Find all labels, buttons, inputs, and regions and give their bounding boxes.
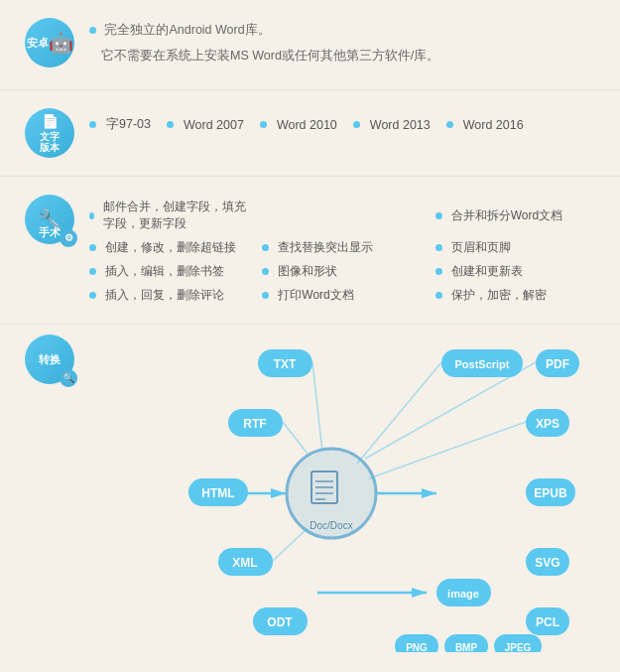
android-label: 安卓: [27, 37, 49, 49]
svg-text:Doc/Docx: Doc/Docx: [310, 520, 352, 531]
android-content: 完全独立的Android Word库。 它不需要在系统上安装MS Word或任何…: [89, 18, 600, 71]
svg-text:image: image: [447, 588, 479, 600]
convert-label: 转换: [39, 353, 61, 365]
features-content: 邮件合并，创建字段，填充字段，更新字段 合并和拆分Word文档 创建，修改，删除…: [89, 195, 600, 306]
feature-table: 创建和更新表: [435, 261, 600, 282]
svg-text:PostScript: PostScript: [454, 358, 509, 370]
magnifier-icon: 🔍: [60, 369, 77, 387]
svg-text:ODT: ODT: [267, 615, 293, 629]
dot-icon: [262, 244, 269, 251]
features-label: 手术: [39, 226, 61, 238]
dot-icon: [262, 292, 269, 299]
versions-section: 📄 文字版本 字97-03 Word 2007 Word 2010 Word 2…: [0, 90, 620, 177]
feature-merge: 合并和拆分Word文档: [435, 197, 600, 234]
svg-line-47: [312, 362, 322, 452]
svg-text:TXT: TXT: [274, 357, 297, 371]
dot-icon: [89, 244, 96, 251]
features-circle: 🔧 手术 ⚙: [25, 195, 74, 244]
dot-icon: [167, 121, 174, 128]
svg-text:PCL: PCL: [536, 615, 559, 629]
gear-sub-icon: ⚙: [60, 229, 77, 247]
svg-text:SVG: SVG: [535, 556, 559, 570]
versions-content: 字97-03 Word 2007 Word 2010 Word 2013 Wor…: [89, 108, 600, 133]
feature-find: 查找替换突出显示: [262, 237, 427, 258]
features-grid: 邮件合并，创建字段，填充字段，更新字段 合并和拆分Word文档 创建，修改，删除…: [89, 197, 600, 306]
version-text-3: Word 2013: [370, 118, 431, 132]
svg-line-46: [369, 422, 526, 478]
svg-text:XPS: XPS: [536, 417, 559, 431]
svg-text:XML: XML: [232, 556, 257, 570]
dot-icon: [446, 121, 453, 128]
svg-text:JPEG: JPEG: [505, 642, 532, 652]
dot-icon: [89, 27, 96, 34]
versions-icon-wrapper: 📄 文字版本: [20, 108, 79, 158]
svg-line-49: [273, 528, 308, 561]
dot-icon: [260, 121, 267, 128]
svg-text:BMP: BMP: [455, 642, 478, 652]
features-section: 🔧 手术 ⚙ 邮件合并，创建字段，填充字段，更新字段 合并和拆分Word文档 创…: [0, 177, 620, 325]
dot-icon: [89, 268, 96, 275]
svg-text:PDF: PDF: [546, 357, 569, 371]
feature-bookmark: 插入，编辑，删除书签: [89, 261, 254, 282]
version-item-1: Word 2007: [167, 118, 244, 132]
feature-row1-col1: 邮件合并，创建字段，填充字段，更新字段: [89, 197, 254, 234]
convert-icon-wrapper: 转换 🔍: [20, 335, 79, 384]
conversion-diagram: TXT RTF HTML XML ODT Doc/Docx: [99, 335, 600, 672]
dot-icon: [435, 268, 442, 275]
feature-protect: 保护，加密，解密: [435, 285, 600, 306]
svg-text:EPUB: EPUB: [534, 486, 567, 500]
svg-text:PNG: PNG: [406, 642, 428, 652]
versions-label: 文字版本: [40, 131, 60, 153]
svg-line-44: [357, 362, 441, 464]
diagram-svg: TXT RTF HTML XML ODT Doc/Docx: [99, 335, 585, 652]
dot-icon: [89, 292, 96, 299]
version-item-4: Word 2016: [446, 118, 524, 132]
svg-line-48: [283, 422, 308, 454]
dot-icon: [353, 121, 360, 128]
version-text-0: 字97-03: [106, 116, 151, 133]
convert-circle: 转换 🔍: [25, 335, 74, 384]
android-indent: 它不需要在系统上安装MS Word或任何其他第三方软件/库。: [101, 49, 439, 63]
feature-comment: 插入，回复，删除评论: [89, 285, 254, 306]
features-icon-wrapper: 🔧 手术 ⚙: [20, 195, 79, 244]
convert-section: 转换 🔍: [0, 325, 620, 672]
android-section: 安卓 🤖 完全独立的Android Word库。 它不需要在系统上安装MS Wo…: [0, 0, 620, 90]
dot-icon: [262, 268, 269, 275]
version-item-3: Word 2013: [353, 118, 431, 132]
svg-text:RTF: RTF: [243, 417, 266, 431]
versions-circle: 📄 文字版本: [25, 108, 74, 158]
dot-icon: [435, 292, 442, 299]
android-circle: 安卓 🤖: [25, 18, 74, 67]
dot-icon: [435, 212, 442, 219]
feature-print: 打印Word文档: [262, 285, 427, 306]
version-item-0: 字97-03: [89, 116, 151, 133]
feature-header: 页眉和页脚: [435, 237, 600, 258]
dot-icon: [435, 244, 442, 251]
android-line2: 它不需要在系统上安装MS Word或任何其他第三方软件/库。: [89, 46, 600, 66]
version-item-2: Word 2010: [260, 118, 337, 132]
feature-hyperlink: 创建，修改，删除超链接: [89, 237, 254, 258]
svg-line-45: [365, 362, 536, 459]
version-text-1: Word 2007: [184, 118, 244, 132]
version-text-2: Word 2010: [277, 118, 337, 132]
android-line1: 完全独立的Android Word库。: [89, 20, 600, 40]
feature-image: 图像和形状: [262, 261, 427, 282]
svg-text:HTML: HTML: [201, 486, 234, 500]
android-icon-wrapper: 安卓 🤖: [20, 18, 79, 67]
dot-icon: [89, 121, 96, 128]
version-text-4: Word 2016: [463, 118, 524, 132]
versions-row: 字97-03 Word 2007 Word 2010 Word 2013 Wor…: [89, 116, 600, 133]
dot-icon: [89, 212, 94, 219]
